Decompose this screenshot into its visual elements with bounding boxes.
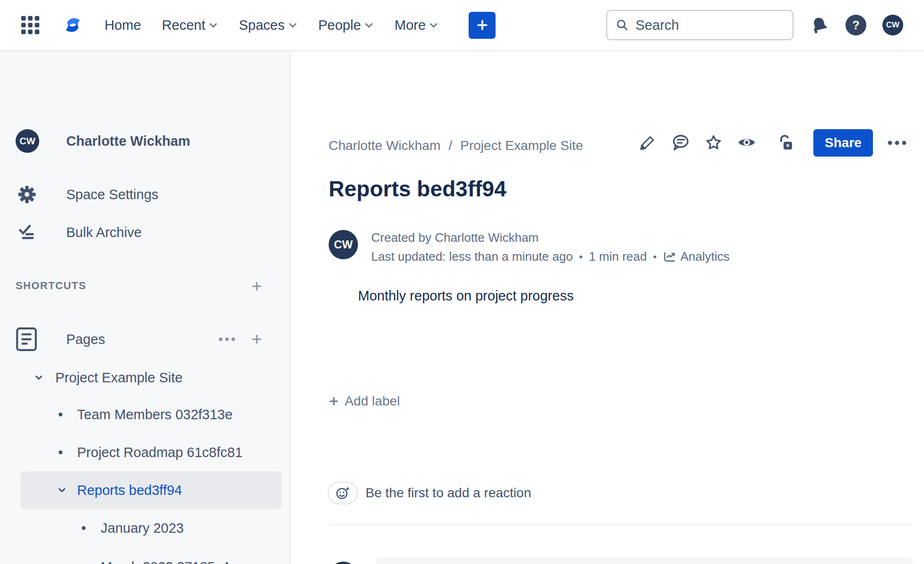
analytics-link[interactable]: Analytics (663, 249, 730, 264)
add-label-button[interactable]: Add label (328, 394, 400, 409)
tree-item-project-example-site[interactable]: Project Example Site (0, 364, 290, 391)
tree-item-january-2023[interactable]: January 2023 (0, 515, 290, 541)
tree-item-team-members[interactable]: Team Members 032f313e (0, 401, 290, 428)
tree-item-label: Reports bed3ff94 (77, 471, 182, 509)
ellipsis-icon (218, 336, 236, 342)
breadcrumb: Charlotte Wickham / Project Example Site (329, 136, 583, 155)
search-input[interactable] (636, 18, 777, 33)
byline: CW Created by Charlotte Wickham Last upd… (329, 230, 730, 264)
breadcrumb-separator: / (449, 138, 453, 153)
nav-item-spaces[interactable]: Spaces (239, 18, 297, 33)
plus-icon (328, 395, 340, 407)
pages-section-header[interactable]: Pages (0, 326, 290, 352)
app-grid-icon (19, 14, 41, 36)
comment-bubble-icon (671, 133, 690, 153)
help-button[interactable]: ? (846, 15, 866, 35)
breadcrumb-parent-link[interactable]: Project Example Site (460, 138, 583, 153)
breadcrumb-space-link[interactable]: Charlotte Wickham (329, 138, 441, 153)
pages-icon (16, 327, 37, 352)
tree-item-reports-selected[interactable]: Reports bed3ff94 (20, 471, 282, 509)
nav-item-label: Recent (162, 18, 205, 33)
analytics-chart-icon (663, 250, 676, 264)
eye-icon (737, 133, 757, 153)
tree-item-project-roadmap[interactable]: Project Roadmap 61c8fc81 (0, 439, 290, 466)
top-navigation-bar: Home Recent Spaces People More (0, 0, 924, 51)
share-button[interactable]: Share (813, 129, 873, 157)
bullet-icon (59, 413, 62, 416)
dot-separator: • (653, 251, 657, 263)
created-by-text: Created by Charlotte Wickham (371, 230, 730, 245)
notifications-button[interactable] (810, 15, 829, 35)
pencil-icon (638, 133, 657, 152)
tree-item-label: Project Example Site (55, 364, 183, 391)
bullet-icon (82, 526, 86, 530)
analytics-label: Analytics (680, 249, 730, 264)
page-body-text: Monthly reports on project progress (358, 288, 574, 304)
app-switcher-button[interactable] (19, 14, 41, 36)
bell-icon (810, 15, 829, 35)
watch-button[interactable] (737, 133, 757, 153)
share-label: Share (825, 135, 862, 150)
plus-icon (475, 18, 489, 32)
search-icon (616, 18, 629, 32)
last-updated-text: Last updated: less than a minute ago (371, 249, 573, 264)
space-avatar-initials: CW (19, 136, 35, 147)
create-button[interactable] (469, 12, 496, 39)
avatar-initials: CW (886, 20, 899, 30)
comments-button[interactable] (671, 133, 690, 153)
add-reaction-smiley-icon (335, 485, 350, 501)
chevron-down-icon (34, 372, 44, 383)
plus-icon (250, 280, 263, 293)
gear-icon (17, 185, 37, 204)
tree-item-march-2023[interactable]: March 2023 37185c4a (0, 554, 290, 564)
space-header[interactable]: CW Charlotte Wickham (16, 128, 190, 154)
more-actions-button[interactable] (887, 140, 907, 146)
star-icon (704, 133, 723, 152)
comment-input-box[interactable] (376, 558, 913, 564)
sidebar-item-label: Bulk Archive (66, 219, 142, 246)
sidebar-item-space-settings[interactable]: Space Settings (0, 181, 290, 208)
sidebar-item-label: Space Settings (66, 181, 158, 208)
nav-item-label: More (394, 18, 426, 33)
comments-divider (329, 524, 913, 525)
space-sidebar: CW Charlotte Wickham Space Set (0, 51, 291, 564)
chevron-down-icon (429, 20, 438, 30)
sidebar-item-bulk-archive[interactable]: Bulk Archive (0, 219, 290, 246)
nav-item-people[interactable]: People (318, 18, 374, 33)
bullet-icon (59, 450, 62, 454)
shortcuts-section-header: SHORTCUTS (0, 277, 290, 294)
unlock-icon (777, 133, 796, 152)
reactions-prompt-text: Be the first to add a reaction (366, 485, 531, 501)
chevron-down-icon (57, 485, 67, 495)
nav-right-group: ? CW (606, 0, 903, 50)
comment-composer: CW (329, 558, 913, 564)
reactions-section: Be the first to add a reaction (328, 482, 531, 504)
search-box[interactable] (606, 10, 793, 40)
pages-more-button[interactable] (218, 332, 236, 346)
author-avatar[interactable]: CW (329, 230, 358, 259)
add-shortcut-button[interactable] (250, 279, 264, 293)
confluence-logo[interactable] (62, 14, 84, 36)
page-actions: Share (638, 128, 907, 158)
nav-item-more[interactable]: More (394, 18, 438, 33)
tree-item-label: Team Members 032f313e (77, 401, 233, 428)
favorite-button[interactable] (704, 133, 723, 152)
pages-label: Pages (66, 326, 105, 352)
chevron-down-icon (209, 20, 218, 30)
tree-item-label: March 2023 37185c4a (101, 554, 237, 564)
bulk-archive-icon (17, 223, 36, 242)
chevron-down-icon (364, 20, 374, 30)
nav-item-recent[interactable]: Recent (162, 18, 218, 33)
add-page-button[interactable] (250, 332, 264, 346)
nav-left-group: Home Recent Spaces People More (19, 0, 496, 50)
edit-button[interactable] (638, 133, 657, 152)
confluence-logo-icon (62, 14, 84, 36)
restrictions-button[interactable] (777, 133, 796, 152)
page-content: Charlotte Wickham / Project Example Site (291, 51, 924, 564)
nav-item-home[interactable]: Home (105, 18, 141, 33)
user-avatar[interactable]: CW (882, 15, 903, 35)
shortcuts-label: SHORTCUTS (16, 277, 87, 294)
add-reaction-button[interactable] (328, 482, 358, 504)
add-label-text: Add label (345, 394, 400, 409)
space-name: Charlotte Wickham (66, 133, 190, 149)
